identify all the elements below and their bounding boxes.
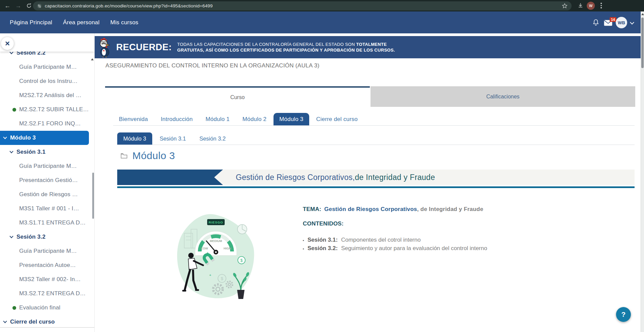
sidebar-item[interactable]: M3.S1.T1 ENTREGA D… — [0, 216, 94, 230]
contenido-bullet: ▪Sesión 3.1: Componentes del cotrol inte… — [303, 236, 613, 244]
risk-gauge-illustration: LOW MEDIUM HIGH RIESGO $ $ — [171, 212, 259, 302]
module-tab[interactable]: Módulo 3 — [117, 132, 152, 145]
sidebar-divider — [0, 327, 94, 328]
chevron-down-icon — [9, 149, 13, 153]
bullet-icon: ▪ — [303, 245, 304, 253]
folder-icon — [121, 153, 128, 159]
bullet-session-label: Sesión 3.2: — [308, 244, 338, 252]
sidebar-scrollbar[interactable] — [92, 173, 94, 219]
ribbon-underline — [117, 186, 635, 188]
sidebar-item-label: Guía Participante M… — [19, 64, 77, 70]
main-content: ASEGURAMIENTO DEL CONTROL INTERNO EN LA … — [95, 58, 644, 332]
sidebar-item[interactable]: Sesión 3.2 — [0, 230, 94, 244]
svg-text:LOW: LOW — [201, 247, 208, 250]
main-tabs: Curso Calificaciones — [105, 86, 635, 107]
section-tab[interactable]: Módulo 2 — [237, 113, 272, 125]
help-button[interactable]: ? — [616, 307, 631, 322]
module-tab[interactable]: Sesión 3.1 — [154, 132, 192, 145]
contenidos-list: ▪Sesión 3.1: Componentes del cotrol inte… — [303, 236, 613, 253]
sidebar-item[interactable]: M3S2 Taller # 002- In… — [0, 272, 94, 286]
sidebar-item[interactable]: Control de los Instru… — [0, 74, 94, 88]
tema-line: TEMA:Gestión de Riesgos Corporativos, de… — [303, 206, 613, 213]
url-bar[interactable]: capacitacion.contraloria.gob.ec/moodle/c… — [33, 1, 572, 10]
browser-forward-icon[interactable]: → — [13, 1, 23, 10]
completion-dot — [12, 108, 16, 112]
scrollbar-thumb[interactable] — [641, 18, 644, 68]
sidebar-item-label: M2.S2.F1 FORO INQ… — [19, 120, 81, 127]
sidebar-item-label: Evaluación final — [19, 304, 60, 311]
sidebar-item[interactable]: M2.S2.F1 FORO INQ… — [0, 117, 94, 131]
site-settings-icon[interactable] — [37, 3, 42, 9]
section-tab[interactable]: Módulo 3 — [273, 113, 309, 125]
bullet-text: Componentes del cotrol interno — [341, 236, 421, 244]
bullet-session-label: Sesión 3.1: — [308, 236, 338, 244]
sidebar-item[interactable]: Guía Participante M… — [0, 159, 94, 173]
bullet-icon: ▪ — [303, 236, 304, 244]
message-count-badge: 14 — [610, 17, 616, 22]
sidebar-item[interactable]: M3.S2.T2 ENTREGA D… — [0, 286, 94, 301]
section-tab[interactable]: Introducción — [155, 113, 198, 125]
sidebar-item[interactable]: Guía Participante M… — [0, 244, 94, 258]
sidebar-item[interactable]: Presentación Autoe… — [0, 258, 94, 272]
banner-text: TODAS LAS CAPACITACIONES DE LA CONTRALOR… — [177, 41, 395, 53]
nav-home-link[interactable]: Página Principal — [10, 19, 52, 26]
sidebar-item[interactable]: Cierre del curso — [0, 315, 94, 329]
section-tab[interactable]: Bienvenida — [113, 113, 154, 125]
browser-reload-icon[interactable] — [24, 1, 34, 10]
sidebar-item[interactable]: Evaluación final — [0, 301, 94, 315]
section-heading-row: Módulo 3 — [121, 150, 175, 161]
module-tab[interactable]: Sesión 3.2 — [193, 132, 232, 145]
course-index-drawer: Sesión 2.2Guía Participante M…Control de… — [0, 33, 95, 332]
sidebar-item-label: Módulo 3 — [10, 134, 36, 141]
browser-chrome: ← → capacitacion.contraloria.gob.ec/mood… — [0, 0, 644, 11]
svg-text:+: + — [206, 251, 208, 255]
completion-dot — [12, 306, 16, 310]
sidebar-item[interactable]: Módulo 3 — [0, 131, 89, 145]
sidebar-item[interactable]: M3S1 Taller # 001 - I… — [0, 202, 94, 216]
user-menu-caret-icon[interactable] — [630, 20, 634, 25]
sidebar-item[interactable]: Sesión 3.1 — [0, 145, 94, 159]
browser-menu-icon[interactable] — [601, 3, 602, 9]
user-avatar[interactable]: WB — [616, 17, 627, 28]
tab-curso[interactable]: Curso — [105, 86, 370, 107]
bookmark-star-icon[interactable] — [562, 3, 568, 9]
sidebar-item-label: M3.S2.T2 ENTREGA D… — [19, 290, 86, 297]
svg-text:RIESGO: RIESGO — [209, 220, 223, 224]
sidebar-item-label: Sesión 3.2 — [17, 234, 45, 240]
sidebar-list: Sesión 2.2Guía Participante M…Control de… — [0, 46, 94, 329]
sidebar-item[interactable]: Presentación Gestió… — [0, 173, 94, 187]
url-text: capacitacion.contraloria.gob.ec/moodle/c… — [45, 3, 213, 8]
close-drawer-icon[interactable]: × — [1, 37, 14, 50]
section-tab[interactable]: Módulo 1 — [200, 113, 235, 125]
course-title: ASEGURAMIENTO DEL CONTROL INTERNO EN LA … — [105, 62, 319, 69]
sidebar-item[interactable]: Guía Participante M… — [0, 60, 94, 74]
svg-text:+: + — [209, 273, 211, 277]
mascot-icon — [98, 38, 114, 57]
nav-dashboard-link[interactable]: Área personal — [63, 19, 99, 26]
svg-text:HIGH: HIGH — [224, 247, 231, 250]
top-navbar: Página Principal Área personal Mis curso… — [0, 11, 644, 33]
nav-mycourses-link[interactable]: Mis cursos — [110, 19, 138, 26]
messages-envelope-icon[interactable]: 14 — [604, 20, 612, 27]
browser-back-icon[interactable]: ← — [3, 1, 12, 10]
ribbon-title: Gestión de Riesgos Corporativos, de Inte… — [236, 170, 435, 185]
sidebar-item-label: M3.S1.T1 ENTREGA D… — [19, 219, 86, 226]
browser-profile-avatar[interactable]: W — [587, 2, 595, 10]
scroll-up-icon[interactable] — [641, 13, 644, 15]
section-tabs: BienvenidaIntroducciónMódulo 1Módulo 2Mó… — [113, 113, 635, 126]
download-icon[interactable] — [577, 2, 584, 9]
sidebar-item[interactable]: Gestión de Riesgos … — [0, 187, 94, 202]
section-tab[interactable]: Cierre del curso — [311, 113, 363, 125]
sidebar-item[interactable]: M2.S2.T2 SUBIR TALLE… — [0, 102, 94, 117]
page-scrollbar[interactable] — [641, 11, 644, 332]
topic-block: TEMA:Gestión de Riesgos Corporativos, de… — [303, 206, 613, 253]
sidebar-scroll-up-icon[interactable] — [91, 58, 94, 60]
sidebar-item-label: M2S2.T2 Análisis del … — [19, 92, 82, 99]
sidebar-item-label: M3S1 Taller # 001 - I… — [19, 205, 79, 212]
sidebar-item[interactable]: M2S2.T2 Análisis del … — [0, 88, 94, 102]
sidebar-item-label: Sesión 3.1 — [17, 149, 45, 155]
sidebar-item-label: Control de los Instru… — [19, 78, 78, 85]
tab-calificaciones[interactable]: Calificaciones — [371, 86, 635, 107]
sidebar-item-label: Gestión de Riesgos … — [19, 191, 78, 198]
notifications-bell-icon[interactable] — [592, 19, 600, 28]
